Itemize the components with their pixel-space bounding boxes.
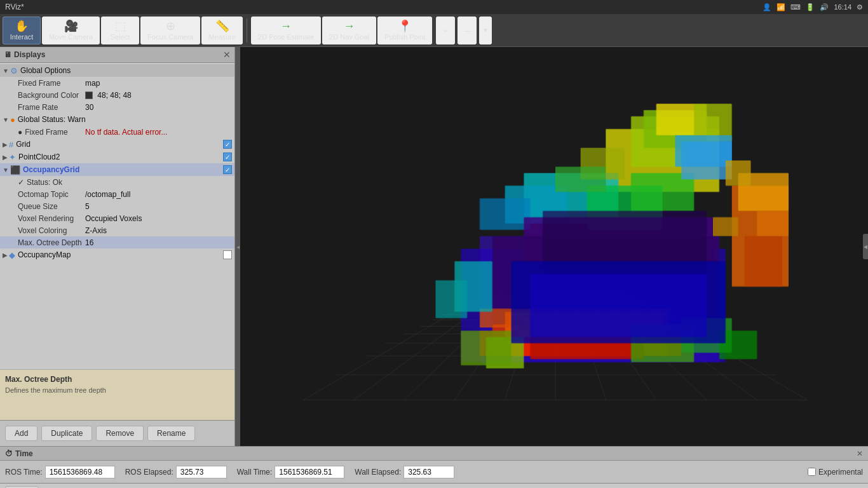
grid-arrow: ▶ xyxy=(3,141,8,148)
nav-icon: → xyxy=(344,20,355,32)
publish-icon: 📍 xyxy=(398,20,412,32)
grid-checkbox[interactable]: ✓ xyxy=(223,140,232,149)
ros-elapsed-input[interactable] xyxy=(176,466,227,478)
svg-rect-36 xyxy=(480,198,530,230)
voxel-coloring-row: Voxel Coloring Z-Axis xyxy=(0,224,234,236)
reset-btn[interactable]: Reset xyxy=(5,486,39,489)
global-options-item[interactable]: ▼ ⚙ Global Options xyxy=(0,64,234,77)
fixed-frame-row: Fixed Frame map xyxy=(0,77,234,89)
occupancymap-checkbox[interactable] xyxy=(223,250,232,259)
panel-splitter[interactable]: ◂ xyxy=(235,47,240,446)
measure-btn[interactable]: 📏 Measure xyxy=(201,17,243,44)
svg-rect-61 xyxy=(555,166,606,192)
add-btn[interactable]: Add xyxy=(5,426,37,441)
wall-elapsed-input[interactable] xyxy=(403,466,454,478)
rename-btn[interactable]: Rename xyxy=(147,426,195,441)
settings-icon[interactable]: ⚙ xyxy=(857,3,863,11)
global-options-icon: ⚙ xyxy=(10,66,18,76)
svg-rect-46 xyxy=(745,236,783,287)
svg-rect-64 xyxy=(713,217,738,236)
pointcloud2-icon: ✦ xyxy=(9,152,16,162)
focus-camera-btn[interactable]: ⊕ Focus Camera xyxy=(140,17,200,44)
displays-title: 🖥 Displays xyxy=(4,50,45,59)
displays-header: 🖥 Displays ✕ xyxy=(0,47,234,63)
toolbar-extras: + — ▾ xyxy=(436,17,492,44)
2d-nav-btn[interactable]: → 2D Nav Goal xyxy=(322,17,376,44)
wall-time-input[interactable] xyxy=(275,466,344,478)
publish-point-btn[interactable]: 📍 Publish Point xyxy=(377,17,432,44)
occupancygrid-checkbox[interactable]: ✓ xyxy=(223,165,232,174)
octomap-topic-row: Octomap Topic /octomap_full xyxy=(0,188,234,200)
occupancymap-icon: ◆ xyxy=(9,250,15,260)
user-icon: 👤 xyxy=(763,3,771,11)
right-splitter-handle[interactable]: ◂ xyxy=(863,234,868,259)
bg-color-row: Background Color 48; 48; 48 xyxy=(0,89,234,101)
fixed-frame-warn-row: ● Fixed Frame No tf data. Actual error..… xyxy=(0,126,234,138)
global-status-arrow: ▼ xyxy=(3,116,9,123)
battery-icon: 🔋 xyxy=(806,3,815,11)
bg-color-swatch xyxy=(85,92,93,99)
displays-icon: 🖥 xyxy=(4,50,11,59)
max-octree-depth-row: Max. Octree Depth 16 xyxy=(0,236,234,248)
focus-icon: ⊕ xyxy=(166,20,175,32)
ros-elapsed-field: ROS Elapsed: xyxy=(125,466,227,478)
svg-rect-66 xyxy=(757,211,789,236)
grid-icon: # xyxy=(9,140,13,149)
status-warn-icon: ● xyxy=(10,115,15,125)
occupancygrid-arrow: ▼ xyxy=(3,166,9,173)
global-options-arrow: ▼ xyxy=(3,67,9,74)
minus-toolbar-btn[interactable]: — xyxy=(458,17,477,44)
time-panel: ROS Time: ROS Elapsed: Wall Time: Wall E… xyxy=(0,460,868,483)
clock-icon: ⏱ xyxy=(5,449,13,458)
status-bar: Reset Left-Click: Rotate. Middle-Click: … xyxy=(0,483,868,488)
fixed-frame-warn-icon: ● xyxy=(18,128,22,137)
experimental-checkbox[interactable] xyxy=(808,468,816,476)
pointcloud2-item[interactable]: ▶ ✦ PointCloud2 ✓ xyxy=(0,151,234,163)
displays-tree: ▼ ⚙ Global Options Fixed Frame map Backg… xyxy=(0,63,234,369)
occupancygrid-icon: ⬛ xyxy=(10,165,20,175)
toolbar: ✋ Interact 🎥 Move Camera ⬚ Select ⊕ Focu… xyxy=(0,14,868,47)
occupancymap-item[interactable]: ▶ ◆ OccupancyMap xyxy=(0,248,234,261)
measure-icon: 📏 xyxy=(215,20,229,32)
occupancygrid-item[interactable]: ▼ ⬛ OccupancyGrid ✓ xyxy=(0,163,234,176)
duplicate-btn[interactable]: Duplicate xyxy=(41,426,92,441)
titlebar: RViz* 👤 📶 ⌨ 🔋 🔊 16:14 ⚙ xyxy=(0,0,868,14)
time-panel-close[interactable]: ✕ xyxy=(857,449,863,458)
info-title: Max. Octree Depth xyxy=(5,375,229,384)
clock: 16:14 xyxy=(834,3,851,11)
wifi-icon: 📶 xyxy=(776,3,785,11)
2d-pose-btn[interactable]: → 2D Pose Estimate xyxy=(251,17,321,44)
add-toolbar-btn[interactable]: + xyxy=(436,17,455,44)
wall-elapsed-field: Wall Elapsed: xyxy=(355,466,454,478)
system-icons: 👤 📶 ⌨ 🔋 🔊 16:14 ⚙ xyxy=(763,3,863,11)
voxel-rendering-row: Voxel Rendering Occupied Voxels xyxy=(0,212,234,224)
wall-time-field: Wall Time: xyxy=(237,466,345,478)
main-layout: 🖥 Displays ✕ ▼ ⚙ Global Options Fixed Fr… xyxy=(0,47,868,446)
volume-icon: 🔊 xyxy=(820,3,829,11)
grid-item[interactable]: ▶ # Grid ✓ xyxy=(0,138,234,151)
remove-btn[interactable]: Remove xyxy=(96,426,144,441)
status-ok-row: ✓ Status: Ok xyxy=(0,176,234,188)
experimental-field: Experimental xyxy=(808,468,863,477)
svg-rect-65 xyxy=(726,161,751,186)
info-description: Defines the maximum tree depth xyxy=(5,386,229,394)
ros-time-input[interactable] xyxy=(45,466,115,478)
toolbar-sep-1 xyxy=(247,18,247,43)
move-camera-btn[interactable]: 🎥 Move Camera xyxy=(42,17,100,44)
select-icon: ⬚ xyxy=(115,20,126,32)
svg-rect-54 xyxy=(461,330,511,365)
info-panel: Max. Octree Depth Defines the maximum tr… xyxy=(0,369,234,420)
select-btn[interactable]: ⬚ Select xyxy=(101,17,139,44)
status-ok-icon: ✓ xyxy=(18,178,24,187)
svg-rect-63 xyxy=(530,274,707,337)
occupancymap-arrow: ▶ xyxy=(3,252,8,259)
pointcloud2-checkbox[interactable]: ✓ xyxy=(223,152,232,161)
left-panel: 🖥 Displays ✕ ▼ ⚙ Global Options Fixed Fr… xyxy=(0,47,235,446)
3d-viewport[interactable]: ◂ xyxy=(240,47,868,446)
dropdown-toolbar-btn[interactable]: ▾ xyxy=(479,17,492,44)
ros-time-field: ROS Time: xyxy=(5,466,115,478)
global-status-item[interactable]: ▼ ● Global Status: Warn xyxy=(0,113,234,126)
3d-scene xyxy=(240,47,868,443)
displays-close-btn[interactable]: ✕ xyxy=(223,50,231,60)
interact-btn[interactable]: ✋ Interact xyxy=(3,17,41,44)
